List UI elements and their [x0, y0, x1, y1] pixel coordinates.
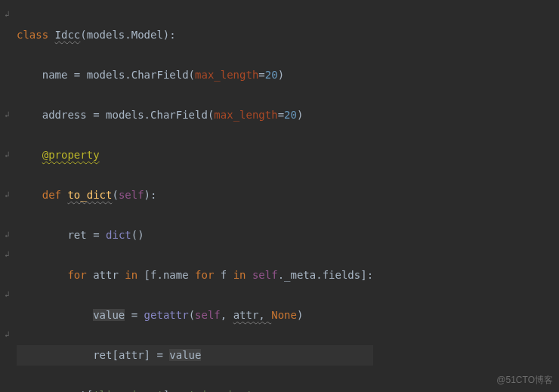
code-line[interactable]: ret = dict()	[17, 225, 373, 245]
paren: ):	[144, 189, 157, 201]
gutter-mark: ↲	[0, 225, 14, 245]
op: ] =	[144, 349, 170, 361]
gutter-mark	[0, 25, 14, 45]
var-name: attr	[93, 269, 119, 281]
gutter-mark	[0, 265, 14, 286]
gutter-mark	[0, 125, 14, 145]
indent	[17, 309, 93, 321]
var-name: ret[	[93, 349, 119, 361]
keyword-def: def	[42, 189, 68, 201]
string: 'lianxiren'	[93, 389, 163, 392]
var-name: name	[42, 69, 68, 81]
paren: )	[297, 309, 303, 321]
comma: ,	[258, 309, 271, 321]
self: self	[195, 309, 221, 321]
gutter-mark: ↲	[0, 5, 14, 25]
code-line[interactable]: ret['lianxiren'] = 'xiaoming'	[17, 385, 373, 392]
bracket: [	[144, 269, 150, 281]
paren: ()	[131, 229, 144, 241]
var-name: ret[	[67, 389, 93, 392]
paren: (models.Model):	[80, 29, 175, 41]
self: self	[252, 269, 278, 281]
named-arg: max_length	[195, 69, 258, 81]
module: models.	[106, 109, 150, 121]
gutter-mark: ↲	[0, 145, 14, 165]
fn-call: CharField	[131, 69, 189, 81]
none: None	[271, 309, 297, 321]
self-param: self	[119, 189, 144, 201]
paren: (	[189, 309, 195, 321]
op: =	[125, 309, 144, 321]
attr: ._meta.fields]:	[278, 269, 373, 281]
code-line[interactable]: @property	[17, 145, 373, 165]
builtin: getattr	[144, 309, 189, 321]
indent	[17, 349, 93, 361]
string: 'xiaoming'	[189, 389, 252, 392]
paren: )	[278, 69, 284, 81]
code-area[interactable]: class Idcc(models.Model): name = models.…	[14, 0, 373, 392]
op: =	[87, 229, 106, 241]
builtin: dict	[106, 229, 131, 241]
keyword-for: for	[195, 269, 221, 281]
gutter-mark: ↲	[0, 245, 14, 265]
watermark: @51CTO博客	[496, 372, 553, 389]
comma: ,	[221, 309, 233, 321]
op: =	[67, 69, 86, 81]
class-name: Idcc	[55, 29, 81, 41]
gutter-mark: ↲	[0, 105, 14, 125]
code-line[interactable]: name = models.CharField(max_length=20)	[17, 65, 373, 85]
gutter: ↲ ↲ ↲ ↲ ↲ ↲ ↲ ↲	[0, 0, 14, 392]
gutter-mark	[0, 305, 14, 326]
number: 20	[265, 69, 278, 81]
paren: (	[112, 189, 118, 201]
indent	[17, 229, 67, 241]
gutter-mark: ↲	[0, 325, 14, 345]
decorator: @property	[42, 149, 100, 161]
code-line[interactable]: for attr in [f.name for f in self._meta.…	[17, 265, 373, 286]
named-arg: max_length	[214, 109, 277, 121]
number: 20	[284, 109, 297, 121]
gutter-mark	[0, 65, 14, 85]
indent	[17, 389, 67, 392]
keyword-for: for	[67, 269, 93, 281]
attr: .name	[156, 269, 195, 281]
indent	[17, 269, 67, 281]
op: =	[278, 109, 284, 121]
code-line[interactable]: def to_dict(self):	[17, 185, 373, 205]
op: ] =	[163, 389, 189, 392]
indent	[17, 69, 42, 81]
code-line-current[interactable]: ret[attr] = value	[17, 345, 373, 366]
gutter-mark	[0, 205, 14, 225]
module: models.	[87, 69, 131, 81]
var-name: ret	[67, 229, 86, 241]
var-name: value	[93, 309, 125, 321]
indent	[17, 189, 42, 201]
code-line[interactable]: address = models.CharField(max_length=20…	[17, 105, 373, 125]
fn-call: CharField	[150, 109, 208, 121]
indent	[17, 109, 42, 121]
keyword-class: class	[17, 29, 55, 41]
gutter-mark	[0, 165, 14, 185]
gutter-mark: ↲	[0, 185, 14, 205]
keyword-in: in	[119, 269, 144, 281]
gutter-mark	[0, 85, 14, 105]
keyword-in: in	[227, 269, 252, 281]
indent	[17, 149, 42, 161]
var-name: address	[42, 109, 87, 121]
var-name: f	[221, 269, 227, 281]
code-editor[interactable]: ↲ ↲ ↲ ↲ ↲ ↲ ↲ ↲ class Idcc(models.Model)…	[0, 0, 559, 392]
gutter-mark	[0, 45, 14, 65]
gutter-mark: ↲	[0, 285, 14, 305]
var-name: value	[169, 349, 201, 361]
var-name: attr	[233, 309, 259, 321]
code-line[interactable]: value = getattr(self, attr, None)	[17, 305, 373, 326]
op: =	[87, 109, 106, 121]
code-line[interactable]: class Idcc(models.Model):	[17, 25, 373, 45]
paren: (	[189, 69, 195, 81]
var-name: attr	[119, 349, 144, 361]
fn-name: to_dict	[67, 189, 112, 201]
paren: )	[297, 109, 303, 121]
op: =	[258, 69, 264, 81]
